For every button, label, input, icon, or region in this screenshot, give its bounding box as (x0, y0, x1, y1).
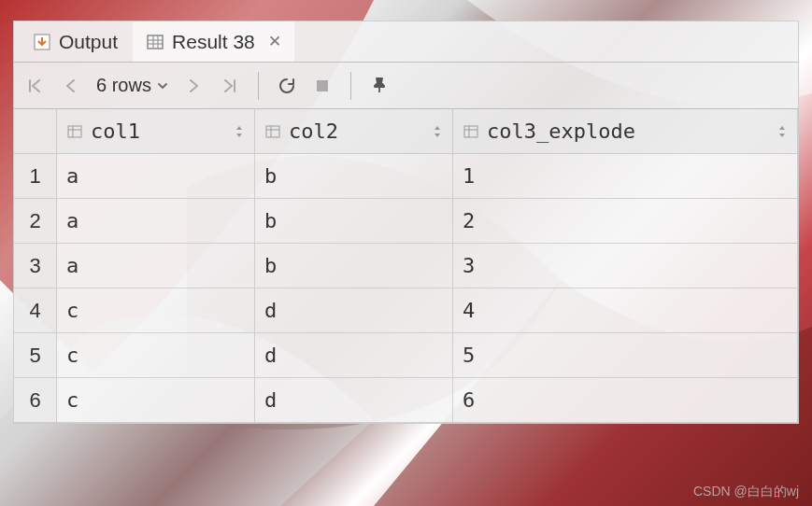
column-header-col2[interactable]: col2 (255, 109, 453, 154)
column-header-col3[interactable]: col3_explode (453, 109, 798, 154)
cell[interactable]: c (57, 288, 255, 333)
prev-page-button[interactable] (57, 73, 83, 99)
toolbar: 6 rows (14, 63, 798, 109)
first-page-button[interactable] (21, 73, 48, 99)
cell[interactable]: b (255, 154, 453, 199)
pin-button[interactable] (366, 73, 392, 99)
svg-rect-1 (148, 35, 163, 49)
row-header[interactable]: 5 (14, 333, 57, 378)
cell[interactable]: a (57, 199, 255, 244)
watermark: CSDN @白白的wj (693, 484, 799, 500)
stop-button[interactable] (309, 73, 335, 99)
cell[interactable]: 2 (453, 199, 798, 244)
column-label: col3_explode (487, 119, 635, 143)
column-icon (66, 123, 83, 140)
cell[interactable]: b (255, 199, 453, 244)
row-header[interactable]: 1 (14, 154, 57, 199)
tab-result-label: Result 38 (172, 31, 255, 53)
grid-corner (14, 109, 57, 154)
cell[interactable]: c (57, 378, 255, 423)
output-icon (33, 33, 51, 51)
table-icon (146, 33, 164, 51)
sort-icon[interactable] (432, 124, 443, 139)
cell[interactable]: 1 (453, 154, 798, 199)
cell[interactable]: c (57, 333, 255, 378)
cell[interactable]: a (57, 154, 255, 199)
row-header[interactable]: 4 (14, 288, 57, 333)
divider (258, 72, 259, 100)
results-panel: Output Result 38 ✕ 6 rows (13, 21, 799, 424)
cell[interactable]: d (255, 288, 453, 333)
tab-result[interactable]: Result 38 ✕ (133, 21, 294, 62)
row-header[interactable]: 3 (14, 244, 57, 288)
column-icon (264, 123, 281, 140)
next-page-button[interactable] (181, 73, 207, 99)
cell[interactable]: b (255, 244, 453, 288)
tab-output-label: Output (59, 31, 118, 53)
cell[interactable]: 3 (453, 244, 798, 288)
sort-icon[interactable] (776, 124, 788, 139)
column-icon (463, 123, 479, 140)
column-label: col1 (91, 119, 140, 143)
tab-output[interactable]: Output (20, 21, 131, 62)
svg-rect-7 (68, 126, 81, 137)
close-icon[interactable]: ✕ (268, 32, 281, 51)
cell[interactable]: 6 (453, 378, 798, 423)
svg-rect-13 (464, 126, 477, 137)
rows-label: 6 rows (96, 75, 151, 96)
cell[interactable]: d (255, 333, 453, 378)
cell[interactable]: a (57, 244, 255, 288)
svg-rect-6 (317, 80, 328, 91)
last-page-button[interactable] (217, 73, 243, 99)
chevron-down-icon (157, 80, 168, 91)
tab-bar: Output Result 38 ✕ (14, 21, 798, 63)
cell[interactable]: 5 (453, 333, 798, 378)
cell[interactable]: d (255, 378, 453, 423)
column-header-col1[interactable]: col1 (57, 109, 255, 154)
divider (350, 72, 351, 100)
sort-icon[interactable] (234, 124, 245, 139)
data-grid: col1 col2 col3_explode 1 a b 1 2 a b 2 3… (14, 109, 798, 423)
column-label: col2 (289, 119, 338, 143)
svg-rect-10 (266, 126, 279, 137)
cell[interactable]: 4 (453, 288, 798, 333)
refresh-button[interactable] (274, 73, 300, 99)
rows-picker[interactable]: 6 rows (93, 75, 172, 96)
row-header[interactable]: 6 (14, 378, 57, 423)
row-header[interactable]: 2 (14, 199, 57, 244)
